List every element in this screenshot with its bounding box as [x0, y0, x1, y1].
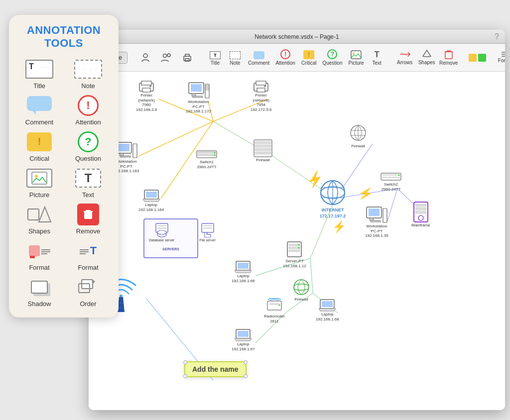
svg-rect-66	[198, 154, 216, 156]
node-switch2[interactable]: Switch22960-24TT	[380, 171, 402, 192]
node-workstation-center[interactable]: WorkstationPC-PT192.168.1.172	[186, 82, 211, 114]
shapes-icon	[25, 204, 53, 225]
svg-point-47	[149, 85, 151, 87]
tool-order[interactable]: Order	[66, 276, 111, 308]
node-firewall2[interactable]: Firewall	[291, 278, 311, 302]
svg-rect-56	[256, 81, 266, 85]
tool-note[interactable]: - - - - Note	[66, 58, 111, 90]
tool-remove[interactable]: Remove	[66, 204, 111, 235]
node-laptop3[interactable]: Laptop192.168.1.68	[316, 298, 339, 321]
toolbar-critical-icon: !	[303, 50, 314, 59]
toolbar-picture-btn[interactable]: Picture	[345, 48, 367, 68]
svg-rect-73	[255, 152, 271, 154]
toolbar-arrows-icon	[399, 50, 411, 59]
resize-handle-br[interactable]	[244, 374, 248, 378]
toolbar-text-icon: T	[375, 50, 380, 59]
workstation-center-icon	[188, 82, 210, 100]
radiorouter-icon	[265, 298, 283, 314]
toolbar-arrows-btn[interactable]: Arrows	[395, 48, 415, 67]
tool-picture[interactable]: Picture	[17, 167, 62, 199]
node-mainframe[interactable]: Mainframe	[411, 201, 430, 228]
tool-title[interactable]: T ---- Title	[17, 58, 62, 90]
toolbar-attention-btn[interactable]: ! Attention	[272, 47, 298, 68]
remove-icon	[74, 204, 102, 225]
node-file-server[interactable]: File server	[199, 222, 216, 242]
tool-attention[interactable]: ! Attention	[66, 95, 111, 126]
node-db-server[interactable]: Database server	[149, 222, 174, 242]
svg-rect-53	[206, 85, 209, 87]
svg-point-67	[214, 152, 216, 154]
title-icon: T ----	[25, 58, 53, 80]
svg-rect-51	[193, 96, 203, 98]
help-button[interactable]: ?	[495, 32, 499, 41]
toolbar-note-btn[interactable]: Note	[225, 49, 245, 68]
node-switch1[interactable]: Switch12960-24TT	[196, 149, 218, 169]
toolbar-title-btn[interactable]: T Title	[205, 49, 225, 68]
node-radiorouter[interactable]: Radiorouter2811	[264, 298, 285, 323]
color-swatch-yellow[interactable]	[469, 54, 477, 62]
node-laptop4[interactable]: Laptop192.168.1.67	[232, 328, 255, 351]
svg-rect-46	[142, 88, 150, 92]
resize-handle-tl[interactable]	[183, 360, 187, 364]
toolbar-remove-btn[interactable]: Remove	[439, 47, 459, 68]
tool-remove-label: Remove	[76, 227, 100, 235]
toolbar-person1-button[interactable]	[135, 51, 155, 65]
toolbar-print-button[interactable]	[177, 51, 197, 65]
node-server-pt[interactable]: Server-PT192.168.1.12	[283, 241, 306, 268]
svg-rect-96	[383, 209, 387, 222]
toolbar-comment-btn[interactable]: Comment	[245, 49, 272, 68]
canvas-area[interactable]: ⚡ ⚡ ⚡ Printer(network)7960192.168.2.8	[89, 72, 505, 410]
toolbar-shapes-btn[interactable]: Shapes	[417, 48, 437, 67]
color-swatches	[467, 54, 488, 62]
toolbar-text-btn[interactable]: T Text	[367, 48, 387, 68]
switch1-icon	[196, 149, 218, 160]
svg-point-115	[298, 244, 300, 246]
tool-critical[interactable]: ! Critical	[17, 131, 62, 162]
svg-rect-49	[191, 84, 202, 92]
node-laptop1[interactable]: Laptop192.168.1.164	[138, 189, 164, 212]
resize-handle-tr[interactable]	[244, 360, 248, 364]
shadow-icon	[25, 276, 53, 298]
node-printer1[interactable]: Printer(network)7960192.168.2.8	[136, 79, 157, 112]
tool-shapes-label: Shapes	[28, 227, 50, 235]
firewall1-icon	[253, 139, 273, 158]
person2-icon	[161, 53, 172, 63]
toolbar-question-btn[interactable]: ? Question	[319, 47, 345, 68]
laptop2-icon	[234, 260, 252, 274]
svg-rect-90	[415, 211, 426, 213]
toolbar-person2-button[interactable]	[156, 51, 176, 65]
person1-icon	[140, 53, 150, 63]
tool-shapes[interactable]: Shapes	[17, 204, 62, 235]
tool-text[interactable]: T Text	[66, 167, 111, 199]
window-title: Network scheme.vsdx – Page-1	[255, 33, 339, 40]
resize-handle-bl[interactable]	[183, 374, 187, 378]
format-color-icon	[25, 240, 53, 262]
svg-point-116	[298, 247, 300, 249]
color-swatch-green[interactable]	[478, 54, 486, 62]
node-firewall-top[interactable]: Firewall	[348, 124, 369, 149]
comment-icon	[25, 95, 53, 116]
node-printer2[interactable]: Printer(network)7954192.172.5.8	[251, 79, 271, 112]
svg-rect-50	[192, 94, 196, 96]
printer2-icon	[252, 79, 270, 93]
node-workstation-right[interactable]: WorkstationPC-PT192.168.1.35	[365, 206, 388, 238]
question-icon: ?	[74, 131, 102, 153]
db-server-icon	[154, 222, 170, 238]
tool-grid: T ---- Title - - - - Note Co	[17, 58, 111, 308]
tool-shadow[interactable]: Shadow	[17, 276, 62, 308]
node-internet[interactable]: INTERNET172.17.197.2	[318, 179, 348, 219]
node-laptop2[interactable]: Laptop192.168.1.66	[232, 260, 255, 283]
order-icon	[74, 276, 102, 298]
tool-comment[interactable]: Comment	[17, 95, 62, 126]
node-firewall1[interactable]: Firewall	[253, 139, 273, 163]
tool-format-color[interactable]: Format	[17, 240, 62, 271]
toolbar-picture-icon	[351, 50, 362, 59]
annotation-label[interactable]: Add the name	[184, 361, 247, 377]
servers-box: Database server File server SERVERS	[143, 218, 198, 258]
tool-format-text[interactable]: T Format	[66, 240, 111, 271]
toolbar-critical-btn[interactable]: ! Critical	[298, 48, 320, 68]
svg-rect-61	[120, 153, 124, 156]
title-bar: Network scheme.vsdx – Page-1 ?	[89, 30, 505, 44]
tool-question[interactable]: ? Question	[66, 131, 111, 162]
toolbar-format-btn[interactable]: Format	[496, 50, 505, 65]
